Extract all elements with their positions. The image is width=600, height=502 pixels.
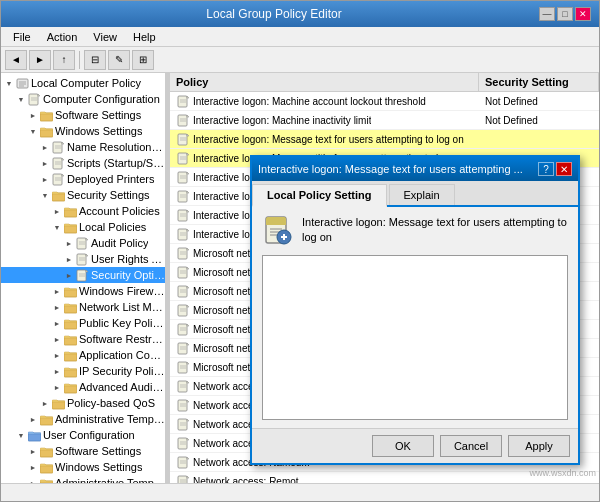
tree-item[interactable]: ►Software Restriction P...	[1, 331, 165, 347]
menu-view[interactable]: View	[85, 29, 125, 45]
tree-expand-icon[interactable]: ►	[39, 141, 51, 153]
policy-row[interactable]: Interactive logon: Message text for user…	[170, 130, 599, 149]
policy-cell-setting: Not Defined	[479, 114, 599, 127]
tree-folder-icon	[39, 108, 53, 122]
maximize-button[interactable]: □	[557, 7, 573, 21]
tree-item[interactable]: ▼User Configuration	[1, 427, 165, 443]
dialog-policy-header: Interactive logon: Message text for user…	[262, 215, 568, 247]
policy-row[interactable]: Network access: Remot...	[170, 472, 599, 483]
svg-marker-115	[187, 400, 189, 402]
dialog-cancel-button[interactable]: Cancel	[440, 435, 502, 457]
tree-expand-icon[interactable]: ►	[51, 317, 63, 329]
policy-row[interactable]: Interactive logon: Machine account locko…	[170, 92, 599, 111]
tree-folder-icon	[63, 284, 77, 298]
tree-folder-icon	[75, 236, 89, 250]
tree-expand-icon[interactable]: ▼	[15, 429, 27, 441]
tree-item[interactable]: ►Public Key Policies	[1, 315, 165, 331]
policy-col-header-name[interactable]: Policy	[170, 73, 479, 91]
tree-item[interactable]: ►Deployed Printers	[1, 171, 165, 187]
edit-button[interactable]: ✎	[108, 50, 130, 70]
tree-expand-icon[interactable]: ►	[51, 205, 63, 217]
tree-expand-icon[interactable]: ►	[63, 237, 75, 249]
tree-folder-icon	[63, 364, 77, 378]
menu-file[interactable]: File	[5, 29, 39, 45]
dialog-ok-button[interactable]: OK	[372, 435, 434, 457]
dialog-apply-button[interactable]: Apply	[508, 435, 570, 457]
svg-marker-71	[187, 191, 189, 193]
policy-name-text: Network access: Remot...	[193, 476, 307, 484]
tree-item[interactable]: ►Application Control P...	[1, 347, 165, 363]
tree-item[interactable]: ►Windows Firewall with...	[1, 283, 165, 299]
tree-item[interactable]: ►Account Policies	[1, 203, 165, 219]
svg-rect-86	[178, 267, 187, 278]
forward-button[interactable]: ►	[29, 50, 51, 70]
tree-expand-icon[interactable]: ►	[51, 349, 63, 361]
up-button[interactable]: ↑	[53, 50, 75, 70]
svg-marker-127	[187, 457, 189, 459]
policy-row-icon	[176, 189, 190, 203]
tree-item[interactable]: ►Software Settings	[1, 443, 165, 459]
tree-expand-icon[interactable]: ►	[51, 381, 63, 393]
tree-item[interactable]: ►Administrative Templates	[1, 475, 165, 483]
tree-item[interactable]: ▼Local Policies	[1, 219, 165, 235]
tree-item[interactable]: ►User Rights Assign...	[1, 251, 165, 267]
tree-item[interactable]: ►IP Security Policies on...	[1, 363, 165, 379]
tree-expand-icon[interactable]: ►	[27, 109, 39, 121]
tree-item[interactable]: ▼Local Computer Policy	[1, 75, 165, 91]
tree-expand-icon[interactable]: ▼	[51, 221, 63, 233]
tree-item[interactable]: ►Advanced Audit Policy...	[1, 379, 165, 395]
dialog-tab-explain[interactable]: Explain	[389, 184, 455, 205]
tree-expand-icon[interactable]: ▼	[15, 93, 27, 105]
tree-item[interactable]: ►Network List Manager...	[1, 299, 165, 315]
tree-expand-icon[interactable]: ▼	[27, 125, 39, 137]
tree-item-label: Local Policies	[79, 221, 146, 233]
close-button[interactable]: ✕	[575, 7, 591, 21]
policy-cell-setting	[479, 480, 599, 482]
toolbar-separator	[79, 51, 80, 69]
minimize-button[interactable]: —	[539, 7, 555, 21]
tree-item[interactable]: ►Security Options	[1, 267, 165, 283]
tree-item[interactable]: ►Scripts (Startup/Shutdown)	[1, 155, 165, 171]
tree-expand-icon[interactable]: ►	[51, 285, 63, 297]
menu-action[interactable]: Action	[39, 29, 86, 45]
toolbar: ◄ ► ↑ ⊟ ✎ ⊞	[1, 47, 599, 73]
tree-expand-icon[interactable]: ►	[39, 173, 51, 185]
tree-folder-icon	[51, 396, 65, 410]
dialog[interactable]: Interactive logon: Message text for user…	[250, 155, 580, 465]
tree-item[interactable]: ▼Windows Settings	[1, 123, 165, 139]
dialog-textarea[interactable]	[262, 255, 568, 420]
tree-expand-icon[interactable]: ►	[39, 397, 51, 409]
tree-expand-icon[interactable]: ►	[51, 301, 63, 313]
dialog-close-button[interactable]: ✕	[556, 162, 572, 176]
tree-item[interactable]: ►Name Resolution Policy	[1, 139, 165, 155]
tree-folder-icon	[27, 428, 41, 442]
new-button[interactable]: ⊞	[132, 50, 154, 70]
tree-item[interactable]: ►Windows Settings	[1, 459, 165, 475]
policy-row[interactable]: Interactive logon: Machine inactivity li…	[170, 111, 599, 130]
back-button[interactable]: ◄	[5, 50, 27, 70]
tree-expand-icon[interactable]: ►	[63, 269, 75, 281]
tree-expand-icon[interactable]: ►	[27, 413, 39, 425]
tree-item[interactable]: ►Software Settings	[1, 107, 165, 123]
tree-item[interactable]: ►Administrative Templates	[1, 411, 165, 427]
tree-expand-icon[interactable]: ►	[51, 333, 63, 345]
dialog-help-button[interactable]: ?	[538, 162, 554, 176]
dialog-policy-title: Interactive logon: Message text for user…	[302, 215, 568, 246]
tree-item[interactable]: ▼Computer Configuration	[1, 91, 165, 107]
tree-item[interactable]: ►Audit Policy	[1, 235, 165, 251]
tree-expand-icon[interactable]: ►	[27, 445, 39, 457]
policy-col-header-setting[interactable]: Security Setting	[479, 73, 599, 91]
tree-item[interactable]: ►Policy-based QoS	[1, 395, 165, 411]
tree-expand-icon[interactable]: ►	[27, 461, 39, 473]
tree-expand-icon[interactable]: ▼	[3, 77, 15, 89]
tree-expand-icon[interactable]: ►	[63, 253, 75, 265]
dialog-tab-local-policy[interactable]: Local Policy Setting	[252, 184, 387, 207]
tree-item[interactable]: ▼Security Settings	[1, 187, 165, 203]
tree-expand-icon[interactable]: ►	[39, 157, 51, 169]
tree-expand-icon[interactable]: ▼	[39, 189, 51, 201]
tree-item-label: Windows Settings	[55, 461, 142, 473]
tree-expand-icon[interactable]: ►	[51, 365, 63, 377]
svg-marker-30	[86, 254, 88, 256]
menu-help[interactable]: Help	[125, 29, 164, 45]
show-hide-button[interactable]: ⊟	[84, 50, 106, 70]
